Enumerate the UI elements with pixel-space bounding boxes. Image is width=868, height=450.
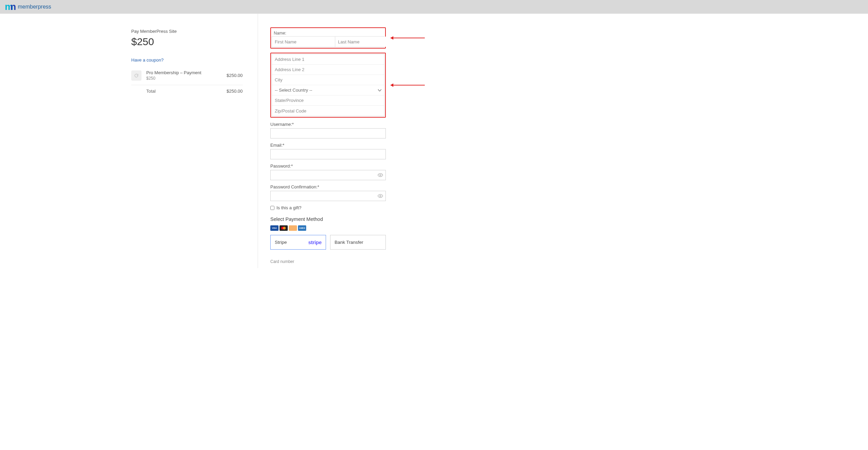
card-badges: VISA AMEX [270,225,386,231]
payment-option-bank[interactable]: Bank Transfer [330,235,386,250]
gift-label: Is this a gift? [276,205,301,210]
state-input[interactable] [272,95,384,106]
last-name-input[interactable] [335,37,398,47]
logo-mark-icon: mn [5,2,15,12]
item-price: $250.00 [227,73,243,78]
checkout-form: Name: -- Select Country -- [258,14,517,268]
bank-option-label: Bank Transfer [335,240,363,245]
product-icon [131,70,141,81]
address-line2-input[interactable] [272,65,384,75]
amex-icon: AMEX [298,225,306,231]
pay-recipient: Pay MemberPress Site [131,29,243,34]
total-row: Total $250.00 [131,85,243,94]
address-line1-input[interactable] [272,54,384,65]
card-number-label: Card number [270,259,386,264]
coupon-link[interactable]: Have a coupon? [131,57,164,63]
svg-point-1 [380,195,381,197]
item-name: Pro Membership – Payment [146,70,227,75]
annotation-arrow-icon [391,38,425,38]
total-label: Total [146,89,227,94]
payment-method-heading: Select Payment Method [270,216,386,222]
discover-icon [289,225,297,231]
eye-icon[interactable] [378,172,383,179]
brand-logo[interactable]: mn memberpress [5,2,51,12]
mastercard-icon [280,225,288,231]
gift-row: Is this a gift? [270,205,386,210]
annotation-arrow-icon [391,85,425,85]
topbar: mn memberpress [0,0,868,14]
payment-option-stripe[interactable]: Stripe stripe [270,235,326,250]
password-confirmation-input[interactable] [270,191,386,201]
name-label: Name: [274,31,384,36]
gift-checkbox[interactable] [270,206,274,210]
line-item: Pro Membership – Payment $250 $250.00 [131,67,243,85]
username-input[interactable] [270,128,386,138]
order-amount: $250 [131,36,243,48]
username-label: Username:* [270,122,386,127]
eye-icon[interactable] [378,193,383,200]
order-summary: Pay MemberPress Site $250 Have a coupon?… [0,14,258,268]
password-confirmation-label: Password Confirmation:* [270,184,386,189]
svg-point-0 [380,174,381,176]
address-section-highlight: -- Select Country -- [270,53,386,118]
password-label: Password:* [270,163,386,169]
stripe-option-label: Stripe [275,240,287,245]
name-section-highlight: Name: [270,27,386,49]
email-label: Email:* [270,143,386,148]
city-input[interactable] [272,75,384,85]
item-sub-price: $250 [146,76,227,81]
email-input[interactable] [270,149,386,159]
country-select[interactable]: -- Select Country -- [272,85,384,95]
brand-text: memberpress [18,4,51,10]
first-name-input[interactable] [272,37,335,47]
zip-input[interactable] [272,106,384,116]
visa-icon: VISA [270,225,279,231]
stripe-logo-icon: stripe [308,239,322,245]
total-value: $250.00 [227,89,243,94]
password-input[interactable] [270,170,386,180]
